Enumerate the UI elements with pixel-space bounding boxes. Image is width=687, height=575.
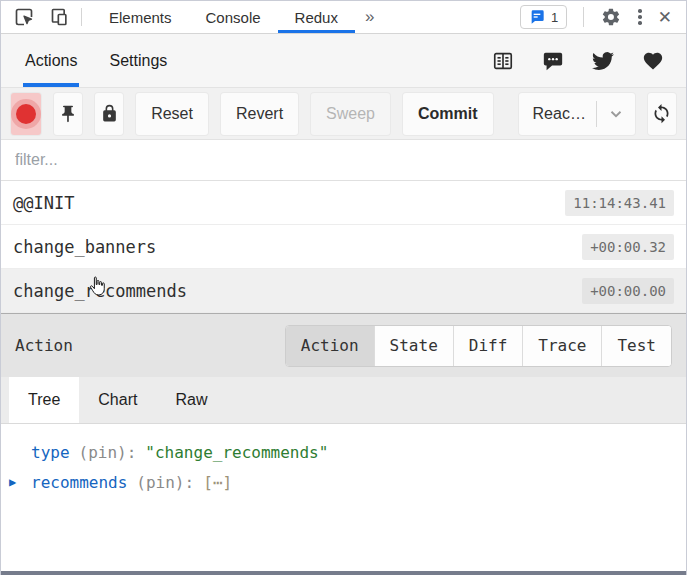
tab-actions[interactable]: Actions [23, 34, 79, 87]
divider [596, 101, 597, 127]
tab-state[interactable]: State [374, 326, 453, 366]
devtools-tabs: Elements Console Redux » [92, 1, 384, 33]
message-bubble-icon [529, 9, 545, 25]
action-name: @@INIT [13, 193, 74, 213]
action-name: change_recommends [13, 281, 187, 301]
action-name: change_banners [13, 237, 156, 257]
tree-key[interactable]: recommends [31, 473, 127, 492]
tab-action[interactable]: Action [286, 326, 374, 366]
heart-icon[interactable] [642, 50, 664, 72]
tab-tree[interactable]: Tree [9, 377, 79, 423]
action-list-item-change-recommends[interactable]: change_recommends +00:00.00 [1, 269, 686, 313]
tree-collapsed-array-value[interactable]: [⋯] [203, 473, 232, 492]
divider [81, 8, 82, 26]
tree-key[interactable]: type [31, 443, 70, 462]
devtools-top-bar: Elements Console Redux » 1 ✕ [1, 0, 686, 34]
action-tree-view: type (pin): "change_recommends" ▶ recomm… [1, 424, 686, 571]
sweep-button: Sweep [311, 93, 390, 135]
bottom-edge-strip [1, 571, 686, 575]
expand-triangle-icon[interactable]: ▶ [9, 475, 16, 489]
tree-pin-label: (pin): [136, 473, 194, 492]
tab-test[interactable]: Test [601, 326, 671, 366]
tree-pin-label: (pin): [79, 443, 137, 462]
action-list-item-change-banners[interactable]: change_banners +00:00.32 [1, 225, 686, 269]
action-timestamp-badge: +00:00.00 [582, 278, 674, 304]
revert-button[interactable]: Revert [221, 93, 298, 135]
record-icon [11, 99, 41, 129]
filter-bar [1, 140, 686, 181]
pushpin-icon [58, 104, 78, 124]
tree-row-recommends[interactable]: ▶ recommends (pin): [⋯] [1, 467, 686, 497]
tab-settings[interactable]: Settings [107, 34, 169, 87]
inspector-title: Action [15, 336, 73, 355]
issues-counter[interactable]: 1 [520, 5, 567, 29]
commit-button[interactable]: Commit [403, 93, 493, 135]
inspect-element-icon[interactable] [13, 6, 35, 28]
divider [583, 7, 584, 27]
chevron-down-icon [607, 105, 625, 123]
tab-raw[interactable]: Raw [156, 377, 226, 423]
tab-redux[interactable]: Redux [278, 1, 355, 33]
twitter-icon[interactable] [592, 50, 614, 72]
action-list-item-init[interactable]: @@INIT 11:14:43.41 [1, 181, 686, 225]
kebab-menu-icon[interactable] [638, 9, 642, 25]
devtools-left-icons [1, 1, 71, 33]
devtools-window: Elements Console Redux » 1 ✕ Actions Set… [0, 0, 687, 575]
instance-selector-dropdown[interactable]: Reac… [519, 93, 635, 135]
lock-button[interactable] [95, 93, 123, 135]
feedback-chat-icon[interactable] [542, 50, 564, 72]
redux-toolbar: Reset Revert Sweep Commit Reac… [1, 88, 686, 140]
redux-header-icons [492, 34, 686, 87]
device-toolbar-icon[interactable] [49, 6, 71, 28]
gear-icon[interactable] [600, 6, 622, 28]
record-button[interactable] [11, 93, 41, 135]
inspector-view-tabs: Action State Diff Trace Test [285, 325, 672, 367]
filter-input[interactable] [1, 140, 686, 180]
docs-book-icon[interactable] [492, 50, 514, 72]
inspector-header: Action Action State Diff Trace Test [1, 313, 686, 377]
pin-button[interactable] [54, 93, 82, 135]
action-timestamp-badge: +00:00.32 [582, 234, 674, 260]
tree-string-value: "change_recommends" [145, 443, 328, 462]
tab-trace[interactable]: Trace [522, 326, 601, 366]
refresh-button[interactable] [648, 93, 676, 135]
tab-elements[interactable]: Elements [92, 1, 189, 33]
lock-icon [100, 104, 119, 123]
action-timestamp-badge: 11:14:43.41 [565, 190, 674, 216]
more-tabs-icon[interactable]: » [355, 1, 384, 33]
tab-chart[interactable]: Chart [79, 377, 156, 423]
devtools-right-controls: 1 ✕ [520, 1, 686, 33]
close-icon[interactable]: ✕ [658, 9, 672, 26]
reset-button[interactable]: Reset [136, 93, 208, 135]
instance-selector-value: Reac… [533, 105, 586, 123]
tab-console[interactable]: Console [189, 1, 278, 33]
redux-panel-header: Actions Settings [1, 34, 686, 88]
issues-count-label: 1 [551, 10, 558, 25]
sync-refresh-icon [651, 103, 672, 124]
inspector-format-tabs: Tree Chart Raw [1, 377, 686, 424]
tree-row-type: type (pin): "change_recommends" [1, 437, 686, 467]
tab-diff[interactable]: Diff [453, 326, 523, 366]
